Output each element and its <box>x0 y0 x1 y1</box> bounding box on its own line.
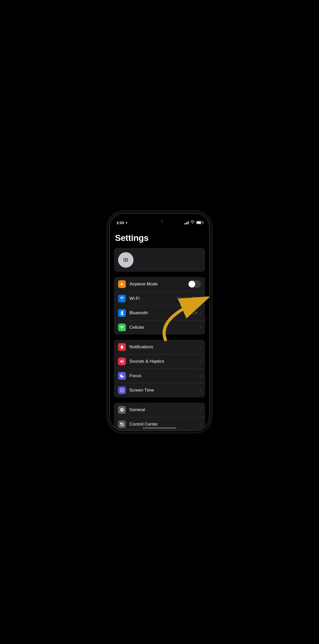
toggle-thumb <box>189 281 195 287</box>
sounds-haptics-chevron: › <box>200 359 201 363</box>
bluetooth-chevron: › <box>200 311 201 315</box>
settings-scroll-area[interactable]: Settings IB Airplane Mode <box>110 228 209 430</box>
notifications-row[interactable]: Notifications › <box>114 340 205 354</box>
dynamic-island <box>144 217 175 226</box>
airplane-mode-toggle[interactable] <box>188 280 201 288</box>
front-camera <box>161 220 163 223</box>
notifications-label: Notifications <box>129 344 200 350</box>
battery-indicator <box>196 221 202 224</box>
phone-frame: 2:03 ◂ <box>109 213 210 431</box>
general-label: General <box>129 407 200 412</box>
page-title: Settings <box>115 233 204 243</box>
wifi-row[interactable]: Wi-Fi Meowi_5G › <box>114 291 205 306</box>
wifi-icon <box>118 295 126 302</box>
screen-time-chevron: › <box>200 388 201 392</box>
battery-fill <box>197 222 201 224</box>
status-indicators <box>184 221 202 225</box>
signal-bar-3 <box>187 222 187 224</box>
wifi-status-icon <box>190 221 195 225</box>
screen: 2:03 ◂ <box>110 214 209 430</box>
notifications-section: Notifications › Sounds & Haptics › <box>114 340 205 397</box>
control-center-label: Control Center <box>129 422 200 427</box>
airplane-mode-label: Airplane Mode <box>129 282 188 287</box>
svg-rect-1 <box>120 422 122 424</box>
svg-point-4 <box>122 425 124 426</box>
signal-bar-2 <box>185 223 186 224</box>
svg-rect-2 <box>122 422 124 424</box>
status-time: 2:03 ◂ <box>117 221 127 225</box>
home-indicator[interactable] <box>143 427 176 429</box>
cellular-icon <box>118 324 126 331</box>
focus-row[interactable]: Focus › <box>114 369 205 383</box>
wifi-label: Wi-Fi <box>129 296 177 301</box>
general-icon <box>118 406 126 414</box>
cellular-row[interactable]: Cellular › <box>114 320 205 335</box>
connectivity-section: Airplane Mode Wi-Fi Meow <box>114 277 205 335</box>
signal-strength <box>184 221 189 224</box>
airplane-mode-icon <box>118 280 126 288</box>
bluetooth-label: Bluetooth <box>129 310 192 316</box>
cellular-chevron: › <box>200 325 201 329</box>
sounds-haptics-icon <box>118 358 126 365</box>
svg-rect-3 <box>120 425 122 426</box>
wifi-chevron: › <box>200 296 201 301</box>
general-chevron: › <box>200 408 201 412</box>
bluetooth-value: On <box>192 310 198 316</box>
screen-time-label: Screen Time <box>129 388 200 393</box>
bluetooth-icon <box>118 309 126 317</box>
control-center-icon <box>118 420 126 428</box>
notifications-chevron: › <box>200 345 201 349</box>
signal-bar-4 <box>188 221 189 224</box>
airplane-mode-row[interactable]: Airplane Mode <box>114 277 205 291</box>
wifi-value: Meowi_5G <box>177 296 198 301</box>
cellular-label: Cellular <box>129 325 200 330</box>
sounds-haptics-row[interactable]: Sounds & Haptics › <box>114 354 205 369</box>
general-row[interactable]: General › <box>114 403 205 417</box>
notifications-icon <box>118 343 126 351</box>
profile-card[interactable]: IB <box>114 248 205 272</box>
screen-time-icon <box>118 386 126 394</box>
general-section: General › Control Center › <box>114 403 205 430</box>
screen-time-row[interactable]: Screen Time › <box>114 383 205 397</box>
sounds-haptics-label: Sounds & Haptics <box>129 359 200 364</box>
focus-chevron: › <box>200 374 201 378</box>
avatar: IB <box>118 252 134 268</box>
focus-icon <box>118 372 126 380</box>
focus-label: Focus <box>129 373 200 378</box>
location-icon: ◂ <box>126 221 127 224</box>
bluetooth-row[interactable]: Bluetooth On › <box>114 306 205 320</box>
control-center-chevron: › <box>200 422 201 426</box>
signal-bar-1 <box>184 223 185 224</box>
